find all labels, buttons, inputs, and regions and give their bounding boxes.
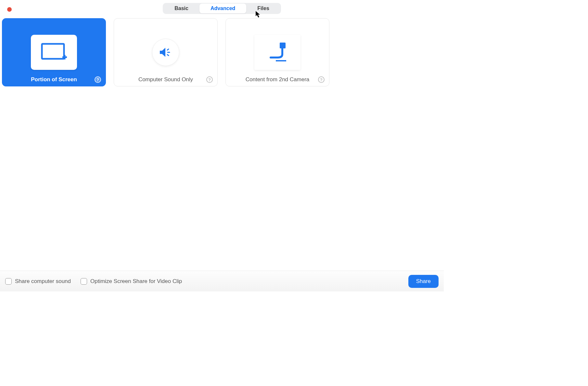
help-icon[interactable]: ? — [318, 76, 325, 83]
tab-basic[interactable]: Basic — [163, 4, 199, 13]
help-icon[interactable]: ? — [206, 76, 213, 83]
checkbox-box — [5, 278, 12, 285]
checkbox-box — [81, 278, 87, 285]
checkbox-optimize-video[interactable]: Optimize Screen Share for Video Clip — [81, 278, 182, 285]
option-label: Portion of Screen — [31, 76, 77, 83]
svg-line-3 — [167, 49, 169, 50]
option-computer-sound[interactable]: Computer Sound Only ? — [114, 18, 218, 86]
second-camera-icon — [254, 35, 300, 70]
close-window-dot[interactable] — [7, 7, 12, 12]
svg-rect-0 — [42, 44, 64, 59]
svg-line-5 — [167, 55, 169, 56]
share-button[interactable]: Share — [408, 275, 439, 288]
option-portion-of-screen[interactable]: Portion of Screen ? — [2, 18, 106, 86]
checkbox-label: Share computer sound — [15, 278, 71, 285]
speaker-icon — [152, 39, 179, 66]
option-label: Computer Sound Only — [138, 76, 193, 83]
tab-files[interactable]: Files — [246, 4, 280, 13]
checkbox-share-sound[interactable]: Share computer sound — [5, 278, 71, 285]
view-mode-segmented: Basic Advanced Files — [163, 3, 281, 14]
help-icon[interactable]: ? — [95, 76, 101, 83]
option-second-camera[interactable]: Content from 2nd Camera ? — [225, 18, 329, 86]
tab-advanced[interactable]: Advanced — [199, 4, 246, 13]
checkbox-label: Optimize Screen Share for Video Clip — [90, 278, 182, 285]
footer-bar: Share computer sound Optimize Screen Sha… — [0, 271, 444, 291]
portion-of-screen-icon — [31, 35, 77, 70]
option-label: Content from 2nd Camera — [246, 76, 310, 83]
